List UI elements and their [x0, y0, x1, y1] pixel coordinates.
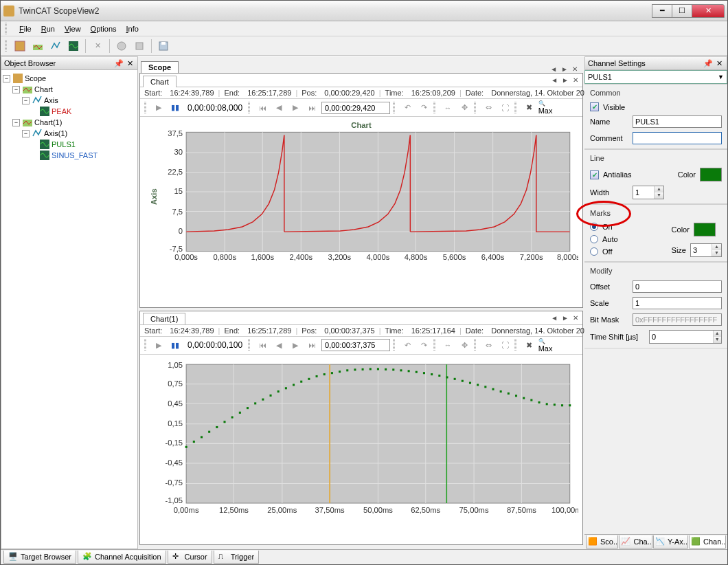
tab-next-icon[interactable]: ► — [560, 314, 570, 322]
tab-chan[interactable]: 🟩Chan... — [689, 535, 726, 549]
zoom-box-icon[interactable]: ⛶ — [498, 338, 512, 352]
close-icon[interactable]: ✕ — [125, 58, 135, 68]
comment-input[interactable] — [633, 132, 722, 144]
bitmask-input[interactable] — [633, 313, 722, 326]
tab-cursor[interactable]: ✛Cursor — [168, 551, 212, 564]
chart-icon[interactable] — [30, 38, 45, 54]
pause-icon[interactable]: ▮▮ — [168, 101, 182, 115]
zoom-reset-icon[interactable]: ✖ — [522, 101, 536, 115]
delete-icon[interactable]: ✕ — [90, 38, 105, 54]
tab-close-icon[interactable]: ✕ — [571, 76, 580, 84]
menu-run[interactable]: Run — [41, 25, 55, 33]
marks-color-swatch[interactable] — [694, 223, 716, 236]
pin-icon[interactable]: 📌 — [114, 58, 124, 68]
close-icon[interactable]: ✕ — [714, 58, 724, 68]
next-icon[interactable]: ▶ — [288, 338, 302, 352]
channel-select[interactable]: PULS1▼ — [584, 70, 727, 84]
tab-trigger[interactable]: ⎍Trigger — [214, 551, 259, 564]
chart-ctrlbar-0: ▶ ▮▮ 0,00:00:08,000 ⏮ ◀ ▶ ⏭ ↶ ↷ ↔ ✥ — [140, 99, 582, 117]
pause-icon[interactable]: ▮▮ — [168, 338, 182, 352]
tree-node-chart1[interactable]: −Chart(1) — [3, 117, 136, 128]
tab-close-icon[interactable]: ✕ — [571, 65, 579, 73]
tab-target-browser[interactable]: 🖥️Target Browser — [3, 551, 76, 564]
tab-cha[interactable]: 📈Cha... — [619, 535, 652, 549]
play-icon[interactable]: ▶ — [152, 101, 166, 115]
menu-info[interactable]: Info — [126, 25, 139, 33]
redo-icon[interactable]: ↷ — [417, 101, 431, 115]
tab-next-icon[interactable]: ► — [560, 65, 569, 73]
prev-icon[interactable]: ◀ — [272, 101, 286, 115]
menu-file[interactable]: File — [19, 25, 32, 33]
marks-on-radio[interactable] — [590, 223, 598, 231]
pan-x-icon[interactable]: ↔ — [441, 338, 455, 352]
redo-icon[interactable]: ↷ — [417, 338, 431, 352]
stop-icon[interactable] — [132, 38, 147, 54]
tree-node-scope[interactable]: −Scope — [3, 73, 136, 84]
tab-yax[interactable]: 📉Y-Ax... — [653, 535, 688, 549]
zoom-reset-icon[interactable]: ✖ — [522, 338, 536, 352]
tab-close-icon[interactable]: ✕ — [571, 314, 580, 322]
antialias-checkbox[interactable]: ✔ — [590, 170, 599, 179]
line-color-swatch[interactable] — [700, 168, 722, 181]
scale-input[interactable] — [633, 297, 722, 309]
tree-node-chart[interactable]: −Chart — [3, 84, 136, 95]
marks-auto-radio[interactable] — [590, 235, 598, 243]
close-button[interactable]: ✕ — [692, 4, 725, 18]
zoom-box-icon[interactable]: ⛶ — [498, 101, 512, 115]
offset-input[interactable] — [633, 280, 722, 293]
play-icon[interactable]: ▶ — [152, 338, 166, 352]
chart-plot-0[interactable]: Chart Axis -7,507,51522,53037,5 — [144, 120, 578, 267]
svg-text:62,50ms: 62,50ms — [411, 506, 440, 514]
last-icon[interactable]: ⏭ — [305, 101, 319, 115]
name-input[interactable] — [633, 115, 722, 128]
visible-checkbox[interactable]: ✔ — [590, 102, 599, 111]
save-icon[interactable] — [156, 38, 171, 54]
marks-off-radio[interactable] — [590, 247, 598, 256]
zoom-x-icon[interactable]: ⇔ — [481, 338, 495, 352]
undo-icon[interactable]: ↶ — [400, 338, 414, 352]
menu-view[interactable]: View — [65, 25, 81, 33]
tree-node-axis1[interactable]: −Axis(1) — [3, 128, 136, 139]
zoom-max-icon[interactable]: 🔍Max — [538, 338, 552, 352]
pan-xy-icon[interactable]: ✥ — [457, 338, 471, 352]
line-width-stepper[interactable]: ▲▼ — [633, 186, 664, 199]
undo-icon[interactable]: ↶ — [400, 101, 414, 115]
prev-icon[interactable]: ◀ — [272, 338, 286, 352]
marks-size-stepper[interactable]: ▲▼ — [690, 243, 722, 257]
minimize-button[interactable]: ━ — [652, 4, 672, 18]
svg-rect-114 — [454, 377, 456, 379]
chart-plot-1[interactable]: -1,05-0,75-0,45-0,150,150,450,751,05 0,0… — [144, 357, 578, 518]
tab-prev-icon[interactable]: ◄ — [549, 76, 559, 84]
pan-x-icon[interactable]: ↔ — [441, 101, 455, 115]
tree-node-axis[interactable]: −Axis — [3, 95, 136, 106]
zoom-max-icon[interactable]: 🔍Max — [538, 101, 552, 115]
first-icon[interactable]: ⏮ — [255, 101, 269, 115]
last-icon[interactable]: ⏭ — [305, 338, 319, 352]
next-icon[interactable]: ▶ — [288, 101, 302, 115]
object-tree[interactable]: −Scope −Chart −Axis PEAK −Chart(1) −Axis… — [1, 70, 138, 549]
timeshift-stepper[interactable]: ▲▼ — [649, 330, 722, 344]
tab-next-icon[interactable]: ► — [560, 76, 570, 84]
tab-prev-icon[interactable]: ◄ — [549, 65, 558, 73]
pin-icon[interactable]: 📌 — [703, 58, 713, 68]
tab-prev-icon[interactable]: ◄ — [549, 314, 559, 322]
zoom-x-icon[interactable]: ⇔ — [481, 101, 495, 115]
menu-options[interactable]: Options — [91, 25, 117, 33]
position-input[interactable] — [321, 339, 390, 351]
position-input[interactable] — [321, 102, 390, 114]
tree-node-sinus[interactable]: SINUS_FAST — [3, 150, 136, 161]
tree-node-puls1[interactable]: PULS1 — [3, 139, 136, 150]
chart-tab-1[interactable]: Chart(1) — [143, 313, 185, 324]
tab-scope[interactable]: Scope — [141, 61, 179, 73]
pan-xy-icon[interactable]: ✥ — [457, 101, 471, 115]
scope-icon[interactable] — [12, 38, 27, 54]
first-icon[interactable]: ⏮ — [255, 338, 269, 352]
channel-icon[interactable] — [66, 38, 81, 54]
chart-tab-0[interactable]: Chart — [143, 76, 177, 87]
maximize-button[interactable]: ☐ — [672, 4, 692, 18]
record-icon[interactable] — [114, 38, 129, 54]
axis-icon[interactable] — [48, 38, 63, 54]
tab-channel-acquisition[interactable]: 🧩Channel Acquisition — [78, 551, 166, 564]
tree-node-peak[interactable]: PEAK — [3, 106, 136, 117]
tab-sco[interactable]: 🟧Sco... — [586, 535, 618, 549]
